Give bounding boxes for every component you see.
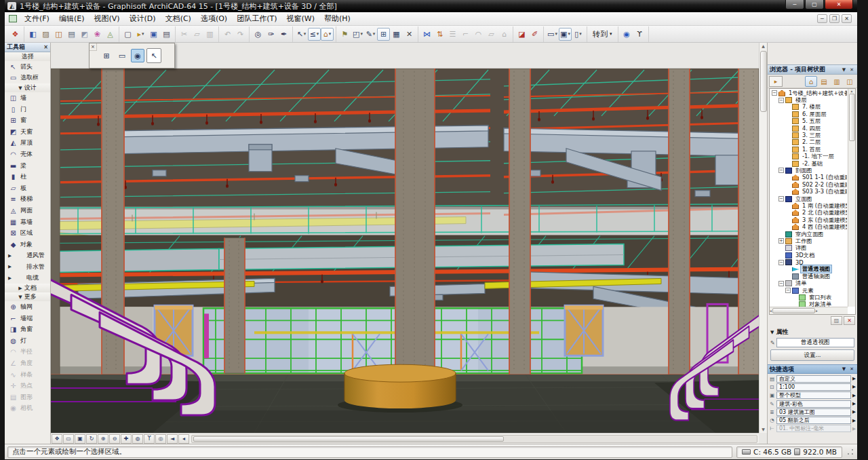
viewport-vertical-scrollbar[interactable]: ▲ ▼: [759, 43, 767, 433]
menu-item-5[interactable]: 选项(O): [196, 12, 232, 25]
quick-option-value[interactable]: 05 翻新之后: [776, 417, 851, 424]
chevron-down-icon[interactable]: ▾: [317, 31, 319, 37]
scroll-down-icon[interactable]: ▼: [762, 426, 765, 433]
show-3d-window-icon[interactable]: ▣▾: [559, 28, 572, 41]
toolbox-caption[interactable]: 工具箱 ×: [5, 43, 50, 52]
navigator-caption[interactable]: 浏览器 - 项目树状图 ▼ ✕: [768, 64, 857, 75]
collapse-box-icon[interactable]: −: [772, 90, 777, 96]
pan-icon[interactable]: ✚: [121, 434, 132, 444]
chevron-down-icon[interactable]: ▾: [568, 31, 570, 37]
toolbox-tool-角窗[interactable]: ◨角窗: [5, 324, 50, 335]
quick-options-caption[interactable]: 快捷选项 ▼ ✕: [768, 364, 857, 374]
toolbox-group-header[interactable]: 选择: [5, 52, 50, 61]
orbit-icon[interactable]: ↻: [86, 434, 97, 444]
trace-switch-icon[interactable]: ⇅: [433, 28, 446, 41]
toolbox-tool-选取框[interactable]: ▭选取框: [5, 73, 50, 84]
menu-item-7[interactable]: 视窗(W): [281, 12, 319, 25]
3d-viewport[interactable]: × ⊞▭◉↖: [51, 43, 767, 444]
marquee-3d-icon[interactable]: ▭: [63, 434, 74, 444]
tree-item[interactable]: 3D文档: [770, 252, 848, 258]
favorites-icon[interactable]: ❀: [91, 28, 104, 41]
quick-option-scale[interactable]: ⊡1:100▶: [769, 383, 856, 391]
zoom-window-icon[interactable]: ◎: [155, 434, 166, 444]
toolbox-tool-门[interactable]: ▯门: [5, 104, 50, 115]
mdi-close-button[interactable]: ✕: [842, 14, 852, 23]
menu-item-3[interactable]: 设计(D): [125, 12, 161, 25]
scrollbar-thumb[interactable]: [760, 51, 767, 112]
project-preview-icon[interactable]: ▨: [39, 28, 52, 41]
zoom-out-icon[interactable]: ⊖: [109, 434, 120, 444]
toolbox-tool-板[interactable]: ▱板: [5, 183, 50, 194]
pen-weight-icon[interactable]: ✎▾: [364, 28, 377, 41]
publisher-icon[interactable]: ◫: [844, 76, 856, 87]
flyout-arrow-icon[interactable]: ▶: [852, 401, 856, 406]
teamwork-project-icon[interactable]: ◧: [26, 28, 39, 41]
quick-selection-toggle-icon[interactable]: ◉: [131, 49, 144, 62]
flyout-arrow-icon[interactable]: ▶: [852, 409, 856, 415]
scroll-up-icon[interactable]: ▲: [762, 43, 765, 50]
previous-zoom-icon[interactable]: ◄: [167, 434, 178, 444]
select-elements-icon[interactable]: ❖: [52, 434, 62, 444]
navigator-delete-button[interactable]: ✕: [844, 316, 855, 325]
quick-option-renovation-filter[interactable]: ◔05 翻新之后▶: [769, 416, 856, 424]
navigator-preview-button[interactable]: ▨: [831, 316, 842, 325]
toolbox-tool-对象[interactable]: ◆对象: [5, 239, 50, 250]
toolbox-tool-电缆[interactable]: ▶电缆: [5, 273, 50, 284]
toolbox-group-header[interactable]: ▶文档: [5, 284, 50, 292]
quick-select-icon[interactable]: ≤▾: [308, 28, 321, 41]
menu-item-8[interactable]: 帮助(H): [319, 12, 355, 25]
toolbox-tool-幕墙[interactable]: ▦幕墙: [5, 216, 50, 228]
marquee-settings-icon[interactable]: ▭: [115, 49, 129, 62]
chevron-down-icon[interactable]: ▾: [373, 31, 376, 37]
help-web-icon[interactable]: ◉: [620, 28, 633, 41]
collapse-box-icon[interactable]: −: [785, 288, 791, 293]
toolbox-tool-屋顶[interactable]: ◭屋顶: [5, 138, 50, 149]
goto-button[interactable]: 转到▾: [589, 28, 616, 40]
collapse-box-icon[interactable]: −: [778, 260, 784, 265]
scrollbar-thumb[interactable]: [193, 436, 504, 442]
toolbox-group-header[interactable]: ▼更多: [5, 292, 50, 301]
toolbox-close-icon[interactable]: ×: [43, 44, 48, 50]
toolbar-close-icon[interactable]: ✕: [403, 28, 416, 41]
toolbox-tool-天窗[interactable]: ◩天窗: [5, 126, 50, 138]
navigator-close-icon[interactable]: ✕: [848, 67, 855, 73]
minimize-button[interactable]: ─: [785, 0, 804, 9]
navigator-menu-icon[interactable]: ▼: [841, 67, 847, 73]
scroll-left-icon[interactable]: ◂: [178, 434, 189, 444]
new-file-icon[interactable]: ▢: [121, 28, 134, 41]
expand-box-icon[interactable]: +: [778, 238, 784, 244]
chevron-down-icon[interactable]: ▾: [304, 31, 307, 37]
close-button[interactable]: ✕: [825, 0, 853, 9]
chevron-down-icon[interactable]: ▾: [142, 31, 144, 37]
explore-walk-icon[interactable]: ϒ: [144, 434, 155, 444]
collapse-icon[interactable]: ▼: [770, 330, 774, 335]
quick-option-value[interactable]: 整个模型: [776, 391, 851, 399]
document-window-icon[interactable]: [9, 15, 17, 22]
teamwork-palette-icon[interactable]: ◫: [52, 28, 65, 41]
current-tool-arrow-icon[interactable]: ↖: [146, 48, 161, 63]
toolbox-tool-壳体[interactable]: ◠壳体: [5, 149, 50, 160]
toolbox-tool-网面[interactable]: ◬网面: [5, 205, 50, 216]
toolbox-tool-梁[interactable]: ▬梁: [5, 160, 50, 172]
show-layout-window-icon[interactable]: ▯▾: [572, 28, 585, 41]
grid-display-icon[interactable]: ▦: [390, 28, 403, 41]
menu-item-2[interactable]: 视图(V): [89, 12, 124, 25]
toolbox-tool-窗[interactable]: ⊞窗: [5, 115, 50, 126]
view-map-icon[interactable]: ▤: [818, 76, 830, 87]
infobox-close-icon[interactable]: ×: [90, 43, 97, 51]
find-select-icon[interactable]: ◎: [252, 28, 264, 41]
zoom-in-icon[interactable]: ⊕: [98, 434, 108, 444]
toolbox-tool-灯[interactable]: ◍灯: [5, 335, 50, 347]
tree-horizontal-scrollbar[interactable]: ◂▸: [770, 307, 848, 314]
collapse-box-icon[interactable]: −: [778, 196, 784, 202]
tree-vertical-scrollbar[interactable]: ▴: [848, 89, 855, 307]
menu-item-1[interactable]: 编辑(E): [54, 12, 90, 25]
viewport-horizontal-scrollbar[interactable]: [191, 435, 757, 443]
save-icon[interactable]: ▣: [147, 28, 160, 41]
flyout-arrow-icon[interactable]: ▶: [852, 418, 856, 423]
quick-options-close-icon[interactable]: ✕: [848, 366, 855, 372]
settings-button[interactable]: 设置...: [770, 349, 854, 361]
library-manager-icon[interactable]: ▤: [65, 28, 78, 41]
toolbox-tool-楼梯[interactable]: ≡楼梯: [5, 194, 50, 206]
markup-stamp-icon[interactable]: ✐: [528, 28, 541, 41]
